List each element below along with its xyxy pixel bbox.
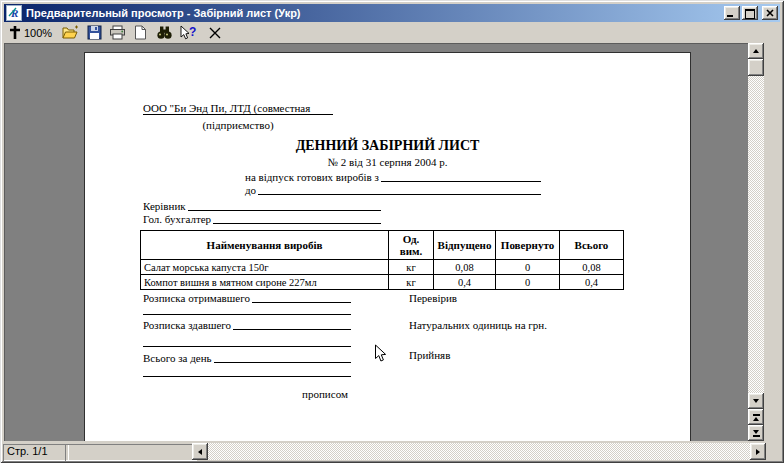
page-up-arrow-icon — [753, 417, 759, 421]
org-caption: (підприємство) — [143, 119, 333, 131]
document-page: ООО "Би Энд Пи, ЛТД (совместная (підприє… — [84, 52, 691, 441]
receipt-received-label: Розписка отримавшего — [143, 292, 250, 304]
close-preview-icon[interactable] — [205, 24, 225, 41]
page-down-arrow-icon — [753, 430, 759, 434]
next-page-button[interactable] — [748, 425, 764, 441]
minimize-button[interactable] — [724, 6, 740, 20]
save-icon[interactable] — [84, 24, 104, 41]
signature-line — [143, 346, 351, 347]
receipt-received-row: Розписка отримавшего — [143, 292, 351, 304]
scroll-down-button[interactable] — [748, 393, 764, 409]
page-indicator: Стр. 1/1 — [3, 444, 69, 461]
maximize-icon — [745, 9, 755, 19]
scroll-right-button[interactable] — [750, 443, 766, 460]
crosshair-tool-icon[interactable] — [7, 24, 23, 41]
vertical-scrollbar[interactable] — [748, 43, 764, 441]
maximize-button[interactable] — [742, 6, 758, 20]
doc-title: ДЕННИЙ ЗАБІРНИЙ ЛИСТ — [85, 138, 690, 154]
svg-text:?: ? — [189, 25, 196, 39]
col-header-unit: Од. вим. — [389, 231, 434, 260]
item-name: Салат морська капуста 150г — [141, 260, 389, 275]
accountant-row: Гол. бухгалтер — [143, 213, 381, 225]
left-arrow-icon — [198, 449, 202, 455]
zoom-level-button[interactable]: 100% — [24, 24, 52, 41]
item-total: 0,4 — [560, 275, 624, 290]
item-total: 0,08 — [560, 260, 624, 275]
total-day-label: Всього за день — [143, 352, 212, 364]
org-name: ООО "Би Энд Пи, ЛТД (совместная — [143, 102, 333, 115]
natural-units-label: Натуральних одиниць на грн. — [409, 319, 547, 331]
item-unit: кг — [389, 275, 434, 290]
titlebar[interactable]: R Предварительный просмотр - Забірний ли… — [4, 4, 780, 22]
col-header-total: Всього — [560, 231, 624, 260]
in-words-label: прописом — [245, 388, 405, 400]
item-issued: 0,4 — [434, 275, 496, 290]
table-row: Компот вишня в мятном сироне 227мл кг 0,… — [141, 275, 624, 290]
new-page-icon[interactable] — [131, 24, 149, 41]
open-icon[interactable] — [60, 24, 80, 41]
status-message-pane — [65, 444, 197, 461]
item-issued: 0,08 — [434, 260, 496, 275]
issue-label: на відпуск готових виробів з — [245, 171, 379, 183]
item-unit: кг — [389, 260, 434, 275]
toolbar: 100% — [4, 23, 780, 42]
manager-label: Керівник — [143, 200, 186, 212]
signature-line — [143, 376, 351, 377]
item-returned: 0 — [496, 275, 560, 290]
app-logo-icon: R — [6, 5, 22, 21]
app-window: R Предварительный просмотр - Забірний ли… — [0, 0, 784, 463]
item-returned: 0 — [496, 260, 560, 275]
previous-page-button[interactable] — [748, 409, 764, 425]
accountant-label: Гол. бухгалтер — [143, 213, 211, 225]
org-name-row: ООО "Би Энд Пи, ЛТД (совместная — [143, 102, 333, 115]
receipt-given-row: Розписка здавшего — [143, 319, 351, 331]
signature-line — [143, 314, 351, 315]
table-header-row: Найменування виробів Од. вим. Відпущено … — [141, 231, 624, 260]
find-icon[interactable] — [154, 24, 174, 41]
scroll-up-button[interactable] — [748, 43, 764, 59]
issue-to-row: до — [245, 184, 541, 196]
table-row: Салат морська капуста 150г кг 0,08 0 0,0… — [141, 260, 624, 275]
close-icon — [762, 6, 778, 20]
mouse-cursor — [374, 344, 387, 368]
doc-subtitle: № 2 від 31 серпня 2004 р. — [85, 156, 690, 168]
close-button[interactable] — [762, 6, 778, 20]
accepted-label: Прийняв — [409, 349, 450, 361]
down-arrow-icon — [753, 399, 759, 403]
total-day-row: Всього за день — [143, 352, 351, 364]
page-down-icon — [753, 435, 760, 437]
up-arrow-icon — [753, 49, 759, 53]
issue-to-label: до — [245, 184, 256, 196]
minimize-icon — [727, 15, 733, 17]
checked-label: Перевірив — [409, 292, 457, 304]
issue-row: на відпуск готових виробів з — [245, 171, 541, 183]
help-select-icon[interactable]: ? — [176, 24, 198, 41]
manager-row: Керівник — [143, 200, 381, 212]
horizontal-scrollbar[interactable] — [192, 443, 766, 460]
items-table: Найменування виробів Од. вим. Відпущено … — [140, 230, 624, 290]
scroll-left-button[interactable] — [192, 443, 208, 460]
right-arrow-icon — [756, 449, 760, 455]
col-header-name: Найменування виробів — [141, 231, 389, 260]
col-header-issued: Відпущено — [434, 231, 496, 260]
print-icon[interactable] — [107, 24, 127, 41]
receipt-given-label: Розписка здавшего — [143, 319, 231, 331]
vertical-scrollbar-thumb[interactable] — [748, 59, 764, 76]
item-name: Компот вишня в мятном сироне 227мл — [141, 275, 389, 290]
col-header-returned: Повернуто — [496, 231, 560, 260]
window-title: Предварительный просмотр - Забірний лист… — [26, 7, 720, 19]
page-up-icon — [753, 414, 760, 416]
preview-area: ООО "Би Энд Пи, ЛТД (совместная (підприє… — [4, 43, 764, 441]
